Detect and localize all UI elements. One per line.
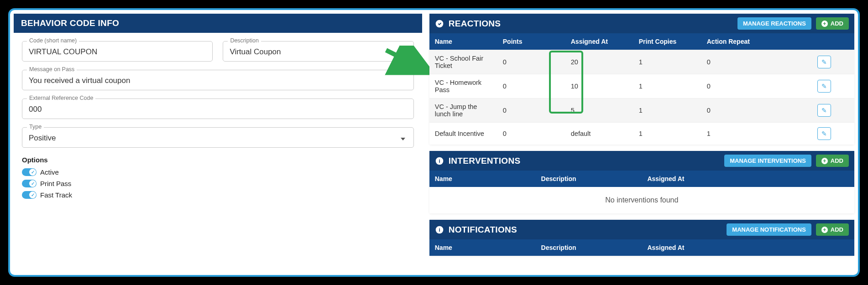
col-desc: Description xyxy=(536,171,642,187)
manage-notifications-button[interactable]: MANAGE NOTIFICATIONS xyxy=(727,223,811,236)
type-label: Type xyxy=(27,124,44,130)
cell-copies: 1 xyxy=(633,98,701,123)
check-circle-icon xyxy=(435,19,444,28)
col-copies: Print Copies xyxy=(633,33,701,50)
cell-repeat: 0 xyxy=(701,98,812,123)
behavior-form: Code (short name) VIRTUAL COUPON Descrip… xyxy=(14,33,422,205)
cell-points: 0 xyxy=(497,98,565,123)
cell-repeat: 0 xyxy=(701,50,812,74)
type-select[interactable]: Type Positive xyxy=(22,127,414,148)
message-field[interactable]: Message on Pass You received a virtual c… xyxy=(22,70,414,90)
info-circle-icon: i xyxy=(435,156,444,166)
option-print-label: Print Pass xyxy=(40,180,71,187)
edit-button[interactable]: ✎ xyxy=(817,104,831,117)
cell-points: 0 xyxy=(497,50,565,74)
description-value: Virtual Coupon xyxy=(230,47,407,57)
notifications-header: i NOTIFICATIONS MANAGE NOTIFICATIONS + A… xyxy=(429,220,854,239)
description-label: Description xyxy=(228,37,261,44)
option-active-row: Active xyxy=(22,168,414,176)
description-field[interactable]: Description Virtual Coupon xyxy=(223,41,413,62)
cell-repeat: 0 xyxy=(701,74,812,98)
option-fast-row: Fast Track xyxy=(22,191,414,199)
manage-reactions-label: MANAGE REACTIONS xyxy=(743,20,806,27)
type-value: Positive xyxy=(29,134,407,143)
add-reaction-label: ADD xyxy=(831,20,843,27)
code-field[interactable]: Code (short name) VIRTUAL COUPON xyxy=(22,41,213,62)
notifications-title: NOTIFICATIONS xyxy=(449,225,722,235)
code-value: VIRTUAL COUPON xyxy=(29,47,206,57)
reactions-header: REACTIONS MANAGE REACTIONS + ADD xyxy=(429,14,854,33)
option-fast-label: Fast Track xyxy=(40,191,72,199)
col-assigned: Assigned At xyxy=(565,33,633,50)
option-active-label: Active xyxy=(40,168,59,176)
toggle-fast-track[interactable] xyxy=(22,191,37,199)
cell-points: 0 xyxy=(497,74,565,98)
toggle-print-pass[interactable] xyxy=(22,180,37,187)
edit-button[interactable]: ✎ xyxy=(817,56,831,68)
add-notification-button[interactable]: + ADD xyxy=(816,223,849,236)
manage-interventions-button[interactable]: MANAGE INTERVENTIONS xyxy=(724,155,811,167)
right-column: REACTIONS MANAGE REACTIONS + ADD Name Po… xyxy=(429,14,854,271)
app-frame: BEHAVIOR CODE INFO Code (short name) VIR… xyxy=(8,8,860,277)
edit-button[interactable]: ✎ xyxy=(817,80,831,93)
toggle-active[interactable] xyxy=(22,168,37,176)
plus-icon: + xyxy=(821,158,828,164)
svg-text:i: i xyxy=(439,227,440,233)
edit-button[interactable]: ✎ xyxy=(817,127,831,140)
notifications-table: Name Description Assigned At xyxy=(429,239,854,256)
cell-copies: 1 xyxy=(633,50,701,74)
table-row: Default Incentive 0 default 1 1 ✎ xyxy=(429,123,854,145)
plus-icon: + xyxy=(821,21,828,27)
svg-text:i: i xyxy=(439,158,440,164)
cell-assigned: default xyxy=(565,123,633,145)
col-desc: Description xyxy=(536,239,642,256)
col-name: Name xyxy=(429,239,536,256)
cell-assigned: 10 xyxy=(565,74,633,98)
option-print-row: Print Pass xyxy=(22,180,414,187)
reactions-section: REACTIONS MANAGE REACTIONS + ADD Name Po… xyxy=(429,14,854,145)
interventions-section: i INTERVENTIONS MANAGE INTERVENTIONS + A… xyxy=(429,151,854,213)
behavior-title: BEHAVIOR CODE INFO xyxy=(21,18,415,28)
info-circle-icon: i xyxy=(435,225,444,234)
cell-name: Default Incentive xyxy=(429,123,497,145)
interventions-empty: No interventions found xyxy=(429,187,854,213)
external-ref-value: 000 xyxy=(29,105,407,114)
notifications-section: i NOTIFICATIONS MANAGE NOTIFICATIONS + A… xyxy=(429,220,854,256)
message-label: Message on Pass xyxy=(27,66,77,73)
cell-name: VC - School Fair Ticket xyxy=(429,50,497,74)
pencil-icon: ✎ xyxy=(821,107,827,114)
reactions-table: Name Points Assigned At Print Copies Act… xyxy=(429,33,854,145)
table-row: VC - Homework Pass 0 10 1 0 ✎ xyxy=(429,74,854,98)
cell-assigned: 20 xyxy=(565,50,633,74)
add-intervention-label: ADD xyxy=(831,157,843,164)
add-intervention-button[interactable]: + ADD xyxy=(816,155,849,167)
interventions-header: i INTERVENTIONS MANAGE INTERVENTIONS + A… xyxy=(429,151,854,171)
cell-name: VC - Homework Pass xyxy=(429,74,497,98)
message-value: You received a virtual coupon xyxy=(29,76,407,85)
add-reaction-button[interactable]: + ADD xyxy=(816,17,849,30)
interventions-table: Name Description Assigned At xyxy=(429,171,854,187)
table-row: VC - Jump the lunch line 0 5 1 0 ✎ xyxy=(429,98,854,123)
behavior-panel-header: BEHAVIOR CODE INFO xyxy=(14,14,422,33)
manage-interventions-label: MANAGE INTERVENTIONS xyxy=(730,157,806,164)
code-label: Code (short name) xyxy=(27,37,79,44)
svg-point-1 xyxy=(435,20,443,27)
external-ref-field[interactable]: External Reference Code 000 xyxy=(22,98,414,119)
options-heading: Options xyxy=(22,156,414,164)
col-name: Name xyxy=(429,33,497,50)
cell-points: 0 xyxy=(497,123,565,145)
interventions-title: INTERVENTIONS xyxy=(449,156,720,166)
external-ref-label: External Reference Code xyxy=(27,95,95,101)
col-name: Name xyxy=(429,171,536,187)
plus-icon: + xyxy=(821,227,828,233)
pencil-icon: ✎ xyxy=(821,130,827,137)
cell-copies: 1 xyxy=(633,74,701,98)
behavior-panel: BEHAVIOR CODE INFO Code (short name) VIR… xyxy=(14,14,422,271)
cell-copies: 1 xyxy=(633,123,701,145)
cell-repeat: 1 xyxy=(701,123,812,145)
reactions-tbody: VC - School Fair Ticket 0 20 1 0 ✎ VC - … xyxy=(429,50,854,145)
col-assigned: Assigned At xyxy=(642,239,854,256)
manage-reactions-button[interactable]: MANAGE REACTIONS xyxy=(737,17,811,30)
add-notification-label: ADD xyxy=(831,226,843,233)
table-row: VC - School Fair Ticket 0 20 1 0 ✎ xyxy=(429,50,854,74)
